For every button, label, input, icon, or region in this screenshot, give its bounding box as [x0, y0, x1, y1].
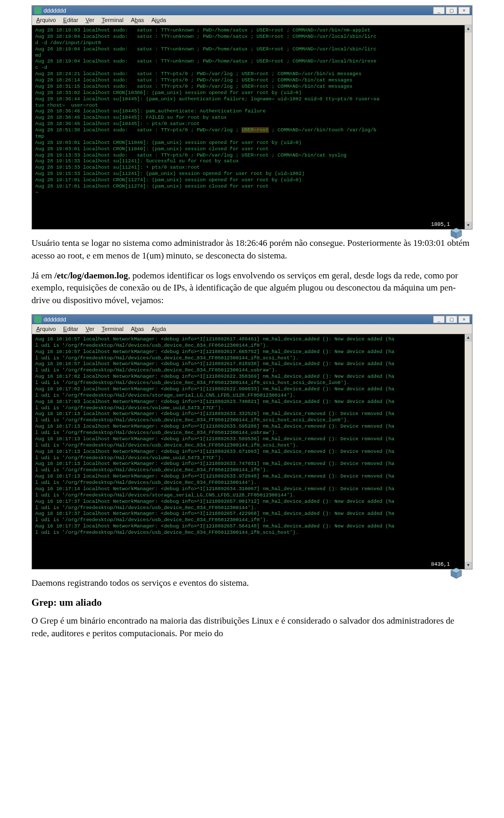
menu-ajuda[interactable]: Ajuda [151, 17, 166, 23]
menu-editar[interactable]: Editar [63, 17, 78, 23]
terminal-line: Aug 16 10:17:13 localhost NetworkManager… [35, 449, 469, 455]
terminal-output-1[interactable]: Aug 28 18:19:03 localhost sudo: satux : … [32, 25, 472, 229]
terminal-line: Aug 16 10:17:37 localhost NetworkManager… [35, 499, 469, 505]
terminal-line: Aug 28 19:03:01 localhost CRON[11040]: (… [35, 140, 469, 146]
terminal-line: Aug 28 19:15:33 localhost su[11241]: Suc… [35, 158, 469, 164]
terminal-line: Aug 16 10:17:02 localhost NetworkManager… [35, 386, 469, 392]
terminal-line: Aug 16 10:17:13 localhost NetworkManager… [35, 461, 469, 467]
terminal-line: l udi is '/org/freedesktop/Hal/devices/s… [35, 492, 469, 499]
body-paragraph-2: Já em /etc/log/daemon.log, podemos ident… [32, 270, 472, 307]
cube-icon [450, 554, 463, 567]
terminal-line: Aug 16 10:17:13 localhost NetworkManager… [35, 423, 469, 430]
terminal-line: Aug 28 18:19:04 localhost sudo: satux : … [35, 34, 469, 40]
scrollbar[interactable]: ▲ ▼ [465, 25, 472, 229]
terminal-line: c -d [35, 65, 469, 71]
terminal-line: Aug 28 18:33:02 localhost CRON[10386]: (… [35, 90, 469, 96]
terminal-line: Aug 28 18:26:14 localhost sudo: satux : … [35, 77, 469, 84]
menu-abas[interactable]: Abas [131, 326, 144, 332]
terminal-line: Aug 28 18:24:21 localhost sudo: satux : … [35, 71, 469, 77]
window-title: ddddddd [44, 316, 66, 323]
maximize-button[interactable]: ▢ [446, 316, 457, 323]
menu-terminal[interactable]: Terminal [102, 17, 124, 23]
window-controls: _ ▢ × [433, 316, 470, 323]
close-button[interactable]: × [458, 7, 470, 14]
terminal-line: Aug 28 19:17:01 localhost CRON[11274]: (… [35, 177, 469, 183]
terminal-line: l udi is '/org/freedesktop/Hal/devices/u… [35, 380, 469, 386]
terminal-line: l udi is '/org/freedesktop/Hal/devices/u… [35, 505, 469, 511]
terminal-line: l udi is '/org/freedesktop/Hal/devices/v… [35, 405, 469, 411]
terminal-line: ~ [35, 190, 469, 196]
menu-abas[interactable]: Abas [131, 17, 144, 23]
minimize-button[interactable]: _ [433, 316, 445, 323]
window-controls: _ ▢ × [433, 7, 470, 14]
body-paragraph-1: Usuário tenta se logar no sistema como a… [32, 237, 472, 262]
section-heading-grep: Grep: um aliado [32, 597, 472, 608]
terminal-line: l udi is '/org/freedesktop/Hal/devices/u… [35, 343, 469, 349]
terminal-line: l udi is '/org/freedesktop/Hal/devices/u… [35, 355, 469, 361]
menu-terminal[interactable]: Terminal [102, 326, 124, 332]
terminal-line: Aug 28 18:19:04 localhost sudo: satux : … [35, 58, 469, 65]
cube-icon [450, 214, 463, 227]
terminal-line: Aug 28 18:36:46 localhost su[10445]: FAI… [35, 115, 469, 121]
terminal-line: l udi is '/org/freedesktop/Hal/devices/u… [35, 530, 469, 536]
terminal-line: Aug 16 10:17:13 localhost NetworkManager… [35, 436, 469, 442]
terminal-line: Aug 28 19:03:01 localhost CRON[11040]: (… [35, 146, 469, 152]
terminal-line: Aug 16 10:17:13 localhost NetworkManager… [35, 473, 469, 480]
terminal-line: Aug 28 18:19:04 localhost sudo: satux : … [35, 46, 469, 53]
app-icon [34, 316, 41, 323]
terminal-window-1: ddddddd _ ▢ × Arquivo Editar Ver Termina… [32, 5, 472, 230]
menu-ver[interactable]: Ver [86, 326, 94, 332]
titlebar[interactable]: ddddddd _ ▢ × [32, 315, 472, 324]
terminal-line: Aug 28 19:13:33 localhost sudo: satux : … [35, 152, 469, 159]
terminal-output-2[interactable]: Aug 16 10:16:57 localhost NetworkManager… [32, 334, 472, 569]
minimize-button[interactable]: _ [433, 7, 445, 14]
terminal-line: Aug 16 10:16:57 localhost NetworkManager… [35, 336, 469, 343]
terminal-line: Aug 28 18:19:03 localhost sudo: satux : … [35, 27, 469, 34]
scroll-up-icon[interactable]: ▲ [465, 25, 472, 33]
menu-ver[interactable]: Ver [86, 17, 94, 23]
terminal-line: l udi is '/org/freedesktop/Hal/devices/u… [35, 442, 469, 449]
maximize-button[interactable]: ▢ [446, 7, 457, 14]
terminal-line: Aug 16 10:16:57 localhost NetworkManager… [35, 349, 469, 355]
titlebar[interactable]: ddddddd _ ▢ × [32, 6, 472, 15]
menubar: Arquivo Editar Ver Terminal Abas Ajuda [32, 15, 472, 25]
terminal-line: Aug 16 10:17:14 localhost NetworkManager… [35, 486, 469, 492]
search-highlight: USER=root [242, 127, 268, 133]
terminal-line: l udi is '/org/freedesktop/Hal/devices/u… [35, 367, 469, 374]
window-title: ddddddd [44, 7, 66, 14]
terminal-line: d -d /dev/input/input0 [35, 40, 469, 46]
body-paragraph-4: O Grep é um binário encontrado na maiori… [32, 615, 472, 640]
app-icon [34, 7, 41, 14]
terminal-line: l udi is '/org/freedesktop/Hal/devices/u… [35, 517, 469, 523]
terminal-line: Aug 16 10:17:37 localhost NetworkManager… [35, 511, 469, 517]
terminal-line: Aug 28 19:15:33 localhost su[11241]: (pa… [35, 171, 469, 177]
terminal-line: l udi is '/org/freedesktop/Hal/devices/u… [35, 480, 469, 486]
terminal-line: Aug 16 10:16:57 localhost NetworkManager… [35, 361, 469, 367]
terminal-line: Aug 28 18:31:15 localhost sudo: satux : … [35, 84, 469, 90]
menu-editar[interactable]: Editar [63, 326, 78, 332]
terminal-line: tmp [35, 133, 469, 140]
terminal-line: Aug 28 18:36:44 localhost su[10445]: (pa… [35, 96, 469, 102]
file-path: /etc/log/daemon.log [54, 271, 128, 281]
menu-arquivo[interactable]: Arquivo [36, 326, 56, 332]
terminal-line: Aug 28 18:36:46 localhost su[10445]: pam… [35, 108, 469, 115]
terminal-line: l udi is '/org/freedesktop/Hal/devices/u… [35, 417, 469, 423]
terminal-line: Aug 16 10:17:37 localhost NetworkManager… [35, 523, 469, 530]
scrollbar[interactable]: ▲ ▼ [465, 334, 472, 569]
menu-ajuda[interactable]: Ajuda [151, 326, 166, 332]
terminal-line: Aug 16 10:17:13 localhost NetworkManager… [35, 411, 469, 417]
terminal-line: Aug 28 19:15:33 localhost su[11241]: + p… [35, 164, 469, 171]
close-button[interactable]: × [458, 316, 470, 323]
terminal-line: Aug 28 19:17:01 localhost CRON[11274]: (… [35, 183, 469, 190]
terminal-line: Aug 28 18:36:46 localhost su[10445]: - p… [35, 121, 469, 127]
menubar: Arquivo Editar Ver Terminal Abas Ajuda [32, 324, 472, 334]
cursor-position: 1805,1 [431, 222, 450, 229]
terminal-line: Aug 16 10:17:03 localhost NetworkManager… [35, 399, 469, 405]
terminal-line: tux rhost= user=root [35, 102, 469, 109]
menu-arquivo[interactable]: Arquivo [36, 17, 56, 23]
cursor-position: 8436,1 [431, 562, 450, 568]
scroll-up-icon[interactable]: ▲ [465, 334, 472, 341]
terminal-line: l udi is '/org/freedesktop/Hal/devices/v… [35, 455, 469, 461]
terminal-line: l udi is '/org/freedesktop/Hal/devices/u… [35, 430, 469, 436]
terminal-line: l udi is '/org/freedesktop/Hal/devices/u… [35, 467, 469, 473]
